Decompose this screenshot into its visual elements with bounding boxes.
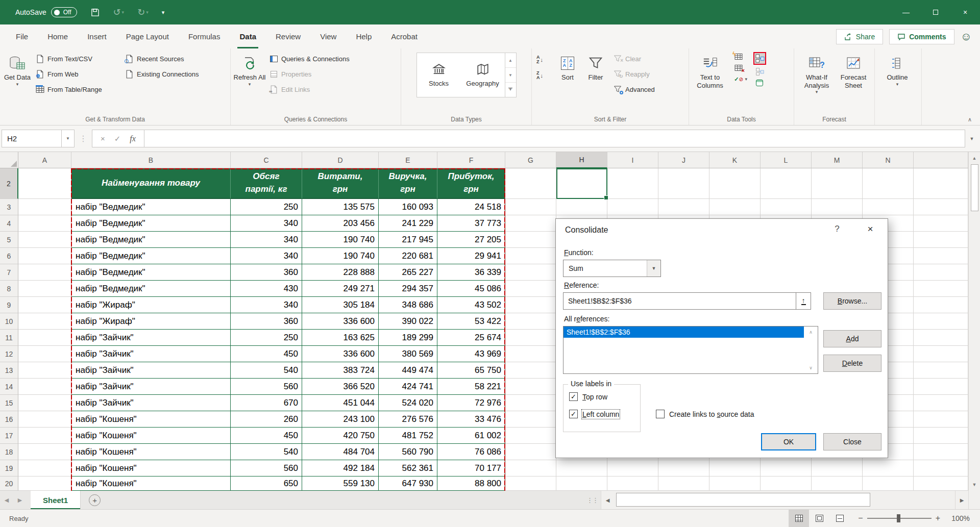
normal-view-button[interactable] (789, 510, 809, 527)
row-header-15[interactable]: 15 (0, 395, 18, 411)
cell-B18[interactable]: набір "Кошеня" (71, 444, 231, 460)
cell-G13[interactable] (505, 362, 556, 379)
column-header-M[interactable]: M (812, 152, 863, 168)
cell-N2[interactable] (863, 168, 914, 199)
cell-B12[interactable]: набір "Зайчик" (71, 346, 231, 362)
cell-H19[interactable] (556, 460, 607, 476)
cell-D10[interactable]: 336 600 (302, 313, 379, 330)
cell-I19[interactable] (607, 460, 658, 476)
cell-D18[interactable]: 484 704 (302, 444, 379, 460)
collapse-dialog-button[interactable]: ↑ (796, 293, 811, 309)
reference-list-item[interactable]: Sheet1!$B$2:$F$36 (564, 327, 804, 338)
tab-file[interactable]: File (6, 24, 38, 48)
cell-E10[interactable]: 390 022 (379, 313, 437, 330)
redo-button[interactable]: ↻▾ (137, 8, 149, 17)
row-header-19[interactable]: 19 (0, 460, 18, 476)
delete-button[interactable]: Delete (823, 355, 881, 372)
minimize-button[interactable]: — (891, 0, 921, 24)
edit-links-button[interactable]: ∞Edit Links (269, 83, 391, 96)
create-links-checkbox[interactable]: Create links to source data (656, 410, 754, 418)
cell-G19[interactable] (505, 460, 556, 476)
cell-F6[interactable]: 29 941 (437, 248, 505, 264)
enter-formula-icon[interactable]: ✓ (114, 134, 121, 143)
cell-A12[interactable] (18, 346, 71, 362)
cell-H20[interactable] (556, 476, 607, 491)
cell-F14[interactable]: 58 221 (437, 379, 505, 395)
cell-L3[interactable] (761, 199, 812, 215)
cell-A7[interactable] (18, 264, 71, 281)
cell-A9[interactable] (18, 297, 71, 313)
table-header-C2[interactable]: Обсяг партії, кг (231, 168, 302, 199)
cell-L20[interactable] (761, 476, 812, 491)
cell-F12[interactable]: 43 969 (437, 346, 505, 362)
tab-data[interactable]: Data (230, 24, 266, 48)
row-header-7[interactable]: 7 (0, 264, 18, 281)
row-header-11[interactable]: 11 (0, 330, 18, 346)
cancel-formula-icon[interactable]: × (101, 134, 105, 143)
cell-M3[interactable] (812, 199, 863, 215)
text-to-columns-button[interactable]: Text to Columns (691, 51, 729, 89)
cell-C9[interactable]: 340 (231, 297, 302, 313)
browse-button[interactable]: Browse... (823, 292, 881, 310)
tab-view[interactable]: View (310, 24, 346, 48)
left-column-checkbox[interactable]: ✓ Left column (569, 410, 619, 418)
table-header-D2[interactable]: Витрати, грн (302, 168, 379, 199)
cell-F20[interactable]: 88 800 (437, 476, 505, 491)
from-web-button[interactable]: ⊕From Web (35, 67, 119, 81)
customize-quick-access-toolbar-button[interactable]: ▾ (162, 10, 165, 15)
cell-C7[interactable]: 360 (231, 264, 302, 281)
autosave-toggle[interactable]: Off (51, 7, 77, 17)
cell-B20[interactable]: набір "Кошеня" (71, 476, 231, 491)
cell-E11[interactable]: 189 299 (379, 330, 437, 346)
stocks-button[interactable]: Stocks (417, 53, 461, 97)
row-header-18[interactable]: 18 (0, 444, 18, 460)
cell-C12[interactable]: 450 (231, 346, 302, 362)
cell-G6[interactable] (505, 248, 556, 264)
tab-review[interactable]: Review (266, 24, 310, 48)
cell-E19[interactable]: 562 361 (379, 460, 437, 476)
sort-button[interactable]: ZAAZ Sort (554, 51, 581, 82)
column-header-B[interactable]: B (71, 152, 231, 168)
column-header-J[interactable]: J (658, 152, 709, 168)
cell-C10[interactable]: 360 (231, 313, 302, 330)
gallery-down-icon[interactable]: ▼ (505, 68, 516, 83)
cell-E7[interactable]: 265 227 (379, 264, 437, 281)
geography-button[interactable]: Geography (461, 53, 505, 97)
tab-insert[interactable]: Insert (78, 24, 116, 48)
cell-C19[interactable]: 560 (231, 460, 302, 476)
cell-A14[interactable] (18, 379, 71, 395)
cell-C6[interactable]: 340 (231, 248, 302, 264)
cell-F10[interactable]: 53 422 (437, 313, 505, 330)
cell-A4[interactable] (18, 215, 71, 232)
cell-K3[interactable] (709, 199, 761, 215)
cell-I20[interactable] (607, 476, 658, 491)
cell-B5[interactable]: набір "Ведмедик" (71, 232, 231, 248)
row-header-13[interactable]: 13 (0, 362, 18, 379)
cell-H3[interactable] (556, 199, 607, 215)
tab-acrobat[interactable]: Acrobat (381, 24, 427, 48)
cell-A3[interactable] (18, 199, 71, 215)
column-header-E[interactable]: E (379, 152, 437, 168)
cell-C16[interactable]: 260 (231, 411, 302, 428)
feedback-smiley-icon[interactable]: ☺ (961, 30, 972, 43)
reapply-filter-button[interactable]: ↻Reapply (613, 67, 679, 81)
cell-B8[interactable]: набір "Ведмедик" (71, 281, 231, 297)
cell-L19[interactable] (761, 460, 812, 476)
horizontal-scrollbar-track[interactable] (614, 491, 955, 509)
cell-G7[interactable] (505, 264, 556, 281)
sort-ascending-button[interactable]: AZ↓ (536, 55, 552, 65)
tab-page-layout[interactable]: Page Layout (116, 24, 179, 48)
cell-E18[interactable]: 560 790 (379, 444, 437, 460)
cell-F17[interactable]: 61 002 (437, 428, 505, 444)
cell-D9[interactable]: 305 184 (302, 297, 379, 313)
page-layout-view-button[interactable] (809, 510, 829, 527)
scroll-down-icon[interactable]: ▼ (969, 479, 980, 491)
column-header-G[interactable]: G (505, 152, 556, 168)
recent-sources-button[interactable]: Recent Sources (125, 52, 222, 65)
next-sheet-icon[interactable]: ▶ (13, 497, 27, 504)
column-header-A[interactable]: A (18, 152, 71, 168)
cell-C18[interactable]: 540 (231, 444, 302, 460)
cell-B14[interactable]: набір "Зайчик" (71, 379, 231, 395)
list-scroll-down-icon[interactable]: ∨ (809, 365, 813, 370)
cell-G3[interactable] (505, 199, 556, 215)
